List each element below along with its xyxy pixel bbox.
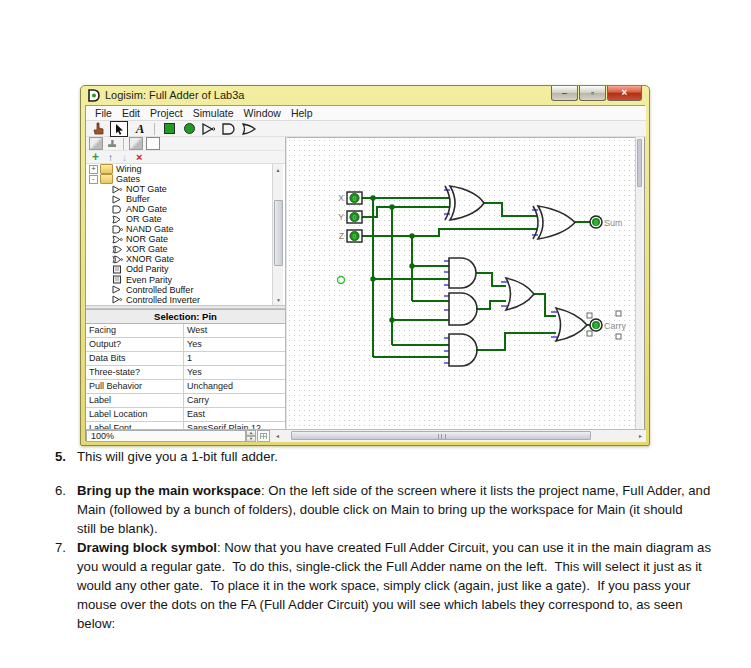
menu-bar: File Edit Project Simulate Window Help bbox=[86, 106, 646, 121]
attribute-value[interactable]: Carry bbox=[184, 394, 285, 407]
remove-circuit-icon[interactable]: × bbox=[136, 151, 142, 163]
and-gate-icon bbox=[112, 205, 123, 214]
menu-file[interactable]: File bbox=[90, 107, 117, 119]
svg-text:0: 0 bbox=[594, 219, 598, 226]
input-pin-tool-icon[interactable] bbox=[161, 122, 177, 136]
menu-window[interactable]: Window bbox=[239, 107, 286, 119]
tree-label: Wiring bbox=[116, 164, 142, 174]
attribute-value[interactable]: Yes bbox=[184, 338, 285, 351]
buffer-icon bbox=[112, 195, 123, 204]
or-gate-tool-icon[interactable] bbox=[241, 122, 257, 136]
step-text: Bring up the main workspace: On the left… bbox=[77, 481, 751, 538]
output-pin-tool-icon[interactable] bbox=[181, 122, 197, 136]
tree-item-nand-gate[interactable]: NAND Gate bbox=[86, 224, 272, 234]
input-pin-y[interactable]: Y 0 bbox=[338, 211, 362, 223]
svg-text:X: X bbox=[338, 193, 344, 203]
close-button[interactable]: × bbox=[607, 86, 642, 101]
tree-item-even-parity[interactable]: Even Parity bbox=[86, 275, 272, 285]
svg-text:Carry: Carry bbox=[604, 321, 626, 331]
tree-item-gates[interactable]: - Gates bbox=[86, 174, 272, 184]
attribute-row[interactable]: Label Location East bbox=[86, 408, 285, 422]
and-gate-tool-icon[interactable] bbox=[221, 122, 237, 136]
input-pin-z[interactable]: Z 0 bbox=[339, 230, 362, 242]
svg-text:Sum: Sum bbox=[604, 218, 623, 228]
tree-scrollbar-thumb[interactable] bbox=[274, 200, 283, 266]
tree-item-xor-gate[interactable]: XOR Gate bbox=[86, 244, 272, 254]
hscrollbar-thumb[interactable] bbox=[291, 431, 591, 440]
circuit-list-toolbar: + ↑ ↓ × bbox=[86, 151, 285, 164]
attribute-value[interactable]: West bbox=[184, 324, 285, 337]
attribute-row[interactable]: Three-state? Yes bbox=[86, 366, 285, 380]
attribute-value[interactable]: Yes bbox=[184, 366, 285, 379]
attribute-row[interactable]: Data Bits 1 bbox=[86, 352, 285, 366]
tree-label: NOT Gate bbox=[126, 184, 167, 194]
menu-edit[interactable]: Edit bbox=[117, 107, 145, 119]
canvas-vscrollbar[interactable] bbox=[635, 137, 642, 429]
edit-tool-icon[interactable] bbox=[110, 121, 128, 137]
project-toolbar bbox=[86, 137, 285, 151]
scroll-left-icon[interactable]: ◄ bbox=[272, 430, 283, 442]
tree-item-or-gate[interactable]: OR Gate bbox=[86, 214, 272, 224]
attribute-row[interactable]: Label Carry bbox=[86, 394, 285, 408]
menu-simulate[interactable]: Simulate bbox=[188, 107, 239, 119]
attribute-value[interactable]: 1 bbox=[184, 352, 285, 365]
tree-scrollbar[interactable]: ▲ ▼ bbox=[272, 164, 283, 305]
add-circuit-icon[interactable]: + bbox=[92, 150, 99, 164]
title-bar[interactable]: Logisim: Full Adder of Lab3a – ▫ × bbox=[81, 86, 649, 105]
menu-help[interactable]: Help bbox=[286, 107, 318, 119]
tree-item-wiring[interactable]: + Wiring bbox=[86, 164, 272, 174]
scroll-up-icon[interactable]: ▲ bbox=[273, 164, 283, 175]
minimize-button[interactable]: – bbox=[551, 86, 578, 101]
canvas-hscrollbar[interactable]: ◄ ► bbox=[272, 430, 646, 442]
move-up-icon[interactable]: ↑ bbox=[108, 152, 113, 163]
tree-item-controlled-inverter[interactable]: Controlled Inverter bbox=[86, 295, 272, 305]
output-pin-carry[interactable]: 0 Carry bbox=[590, 319, 626, 331]
circuit-canvas[interactable]: X 0 Y 0 Z 0 bbox=[287, 137, 642, 429]
scroll-right-icon[interactable]: ► bbox=[635, 430, 646, 442]
window-title: Logisim: Full Adder of Lab3a bbox=[105, 89, 244, 101]
blank-doc-icon[interactable] bbox=[146, 137, 160, 150]
nor-gate-icon bbox=[112, 235, 123, 244]
output-pin-sum[interactable]: 0 Sum bbox=[590, 216, 623, 228]
tree-item-buffer[interactable]: Buffer bbox=[86, 194, 272, 204]
toolbar-separator bbox=[154, 123, 155, 135]
attribute-row[interactable]: Pull Behavior Unchanged bbox=[86, 380, 285, 394]
tree-item-nor-gate[interactable]: NOR Gate bbox=[86, 234, 272, 244]
gates[interactable] bbox=[445, 186, 587, 366]
tree-item-odd-parity[interactable]: Odd Parity bbox=[86, 264, 272, 274]
or1-gate bbox=[506, 278, 534, 310]
text-tool-icon[interactable]: A bbox=[132, 122, 148, 136]
spinner-down-icon[interactable]: ▼ bbox=[246, 436, 256, 442]
attribute-table: Selection: Pin Facing West Output? Yes D… bbox=[86, 309, 285, 426]
canvas-vscrollbar-thumb[interactable] bbox=[637, 139, 642, 187]
tree-label: Buffer bbox=[126, 194, 150, 204]
scroll-down-icon[interactable]: ▼ bbox=[273, 294, 284, 305]
tree-item-controlled-buffer[interactable]: Controlled Buffer bbox=[86, 285, 272, 295]
tree-item-and-gate[interactable]: AND Gate bbox=[86, 204, 272, 214]
not-gate-tool-icon[interactable] bbox=[201, 122, 217, 136]
zoom-spinner[interactable]: ▲ ▼ bbox=[246, 430, 256, 442]
even-parity-icon bbox=[112, 275, 123, 284]
grid-toggle-icon[interactable] bbox=[257, 430, 270, 442]
tree-item-xnor-gate[interactable]: XNOR Gate bbox=[86, 254, 272, 264]
move-down-icon[interactable]: ↓ bbox=[122, 152, 127, 163]
and1-gate bbox=[449, 258, 476, 288]
layout-view-icon[interactable] bbox=[89, 137, 103, 150]
attribute-value[interactable]: East bbox=[184, 408, 285, 421]
attribute-row[interactable]: Output? Yes bbox=[86, 338, 285, 352]
input-pin-x[interactable]: X 0 bbox=[338, 192, 362, 204]
expander-icon[interactable]: + bbox=[89, 165, 98, 174]
hscrollbar-track[interactable] bbox=[283, 430, 635, 442]
tree-label: Odd Parity bbox=[126, 264, 169, 274]
menu-project[interactable]: Project bbox=[145, 107, 188, 119]
attribute-value[interactable]: Unchanged bbox=[184, 380, 285, 393]
expander-icon[interactable]: - bbox=[89, 175, 98, 184]
svg-text:Y: Y bbox=[338, 212, 344, 222]
tree-item-not-gate[interactable]: NOT Gate bbox=[86, 184, 272, 194]
appearance-tool-icon[interactable] bbox=[106, 138, 118, 149]
attribute-row[interactable]: Facing West bbox=[86, 324, 285, 338]
restore-button[interactable]: ▫ bbox=[579, 86, 606, 101]
poke-tool-icon[interactable] bbox=[90, 122, 106, 136]
xor-gate-icon bbox=[112, 245, 123, 254]
project-view-icon[interactable] bbox=[129, 137, 143, 150]
